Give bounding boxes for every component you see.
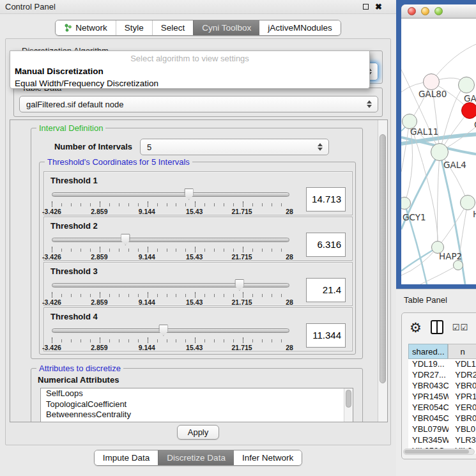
table-cell[interactable]: YDR27... xyxy=(408,370,449,381)
table-horizontal-scrollbar[interactable] xyxy=(403,449,475,455)
tab-infer-network[interactable]: Infer Network xyxy=(234,450,302,465)
tick-label: 21.715 xyxy=(232,298,252,306)
minimize-traffic-light[interactable] xyxy=(421,7,429,15)
settings-scrollpane: Interval Definition Number of Intervals … xyxy=(10,119,388,422)
node-label: GA xyxy=(464,93,476,104)
scrollbar-thumb[interactable] xyxy=(380,134,386,383)
network-canvas[interactable]: GAL80 GA C GAL11 GAL4 GCY1 H HAP2 xyxy=(401,19,476,284)
tab-select[interactable]: Select xyxy=(152,20,194,35)
slider-thumb[interactable] xyxy=(184,188,194,200)
slider-track[interactable] xyxy=(52,328,289,333)
apply-button[interactable]: Apply xyxy=(177,425,220,440)
table-cell[interactable]: YER054C xyxy=(408,403,449,413)
table-data-combobox[interactable]: galFiltered.sif default node xyxy=(19,96,378,112)
threshold-3-value-field[interactable]: 21.4 xyxy=(306,278,346,302)
network-node-selected[interactable] xyxy=(461,102,476,119)
network-node-gal4[interactable] xyxy=(431,143,449,161)
table-cell[interactable]: YPR1 xyxy=(449,392,476,403)
list-item[interactable]: TopologicalCoefficient xyxy=(41,399,353,410)
slider-tick-labels: -3.426 2.859 9.144 15.43 21.715 28 xyxy=(52,344,289,351)
table-row[interactable]: YPR145WYPR1 xyxy=(408,392,476,403)
tab-style[interactable]: Style xyxy=(116,20,152,35)
checkbox-icons[interactable]: ☑☑ xyxy=(452,323,468,332)
threshold-4-box: Threshold 4 -3.426 2.859 9.144 15.43 xyxy=(43,307,353,351)
table-row[interactable]: YDR27...YDR2 xyxy=(408,370,476,381)
node-label: H xyxy=(473,209,476,219)
slider-thumb[interactable] xyxy=(234,279,244,291)
network-window-titlebar[interactable] xyxy=(401,4,476,19)
table-cell[interactable]: YBR043C xyxy=(408,381,449,392)
table-cell[interactable]: YDR2 xyxy=(449,370,476,381)
network-node[interactable] xyxy=(458,77,475,93)
threshold-4-slider[interactable]: -3.426 2.859 9.144 15.43 21.715 28 xyxy=(52,326,289,350)
threshold-3-slider[interactable]: -3.426 2.859 9.144 15.43 21.715 28 xyxy=(52,280,289,305)
column-header-shared-name[interactable]: shared... xyxy=(408,344,448,359)
network-node[interactable] xyxy=(460,195,475,210)
threshold-2-value-field[interactable]: 6.316 xyxy=(306,233,346,257)
number-of-intervals-row: Number of Intervals 5 xyxy=(31,139,362,155)
scrollbar-thumb[interactable] xyxy=(346,390,351,408)
tab-cyni-toolbox[interactable]: Cyni Toolbox xyxy=(193,20,259,35)
slider-tick-labels: -3.426 2.859 9.144 15.43 21.715 28 xyxy=(52,208,289,215)
table-cell[interactable]: YLR345W xyxy=(408,435,449,446)
table-cell[interactable]: YBL0 xyxy=(449,424,476,435)
threshold-1-value-field[interactable]: 14.713 xyxy=(306,187,346,211)
number-of-intervals-combobox[interactable]: 5 xyxy=(140,139,329,155)
close-icon[interactable]: ✖ xyxy=(375,3,382,11)
scrollbar-thumb[interactable] xyxy=(404,450,469,454)
slider-thumb[interactable] xyxy=(121,234,130,245)
table-cell[interactable]: YBL079W xyxy=(408,424,449,435)
float-window-icon[interactable] xyxy=(363,4,369,10)
threshold-2-box: Threshold 2 -3.426 2.859 9.144 15.43 xyxy=(43,217,353,261)
split-columns-icon[interactable] xyxy=(431,320,443,334)
tab-discretize-data[interactable]: Discretize Data xyxy=(158,450,234,465)
list-item[interactable]: SelfLoops xyxy=(41,388,353,399)
table-row[interactable]: YBR045CYBR0 xyxy=(408,413,476,424)
tab-jactivemnodules[interactable]: jActiveMNodules xyxy=(259,20,341,35)
tab-infer-network-label: Infer Network xyxy=(242,453,293,463)
tab-impute-data[interactable]: Impute Data xyxy=(95,450,158,465)
table-row[interactable]: YER054CYER0 xyxy=(408,403,476,413)
network-window: GAL80 GA C GAL11 GAL4 GCY1 H HAP2 xyxy=(401,4,476,284)
table-row[interactable]: YDL19...YDL1 xyxy=(408,359,476,370)
close-traffic-light[interactable] xyxy=(408,7,416,15)
tick-label: -3.426 xyxy=(42,344,61,351)
table-row[interactable]: YBR043CYBR0 xyxy=(408,381,476,392)
list-item[interactable]: BetweennessCentrality xyxy=(41,410,353,420)
tick-label: -3.426 xyxy=(42,253,61,261)
slider-track[interactable] xyxy=(52,238,289,242)
settings-scrollbar[interactable] xyxy=(378,120,387,422)
threshold-1-slider[interactable]: -3.426 2.859 9.144 15.43 21.715 28 xyxy=(52,190,289,214)
table-cell[interactable]: YLR3 xyxy=(449,435,476,446)
threshold-4-value-field[interactable]: 11.344 xyxy=(306,323,346,348)
slider-track[interactable] xyxy=(52,192,289,197)
network-node[interactable] xyxy=(453,260,463,270)
dropdown-option-equal-width-frequency[interactable]: Equal Width/Frequency Discretization xyxy=(10,77,369,89)
table-cell[interactable]: YBR0 xyxy=(449,381,476,392)
table-row[interactable]: YBL079WYBL0 xyxy=(408,424,476,435)
dropdown-option-manual-discretization[interactable]: Manual Discretization xyxy=(10,65,369,77)
tab-cyni-toolbox-label: Cyni Toolbox xyxy=(202,23,251,33)
slider-thumb[interactable] xyxy=(158,325,168,336)
interval-definition-group-title: Interval Definition xyxy=(36,123,105,133)
right-panel: GAL80 GA C GAL11 GAL4 GCY1 H HAP2 Table … xyxy=(396,0,476,476)
table-cell[interactable]: YDL1 xyxy=(449,359,476,370)
table-row[interactable]: YLR345WYLR3 xyxy=(408,435,476,446)
list-scrollbar[interactable] xyxy=(344,388,353,422)
tab-network[interactable]: Network xyxy=(56,20,116,35)
interval-definition-group: Interval Definition Number of Intervals … xyxy=(31,128,363,359)
table-cell[interactable]: YDL19... xyxy=(408,359,449,370)
table-cell[interactable]: YBR045C xyxy=(408,413,449,424)
slider-track[interactable] xyxy=(52,283,289,288)
table-cell[interactable]: YER0 xyxy=(449,403,476,413)
zoom-traffic-light[interactable] xyxy=(434,7,443,15)
network-node-gal80[interactable] xyxy=(423,73,440,90)
threshold-3-label: Threshold 3 xyxy=(50,266,98,276)
network-window-frame: GAL80 GA C GAL11 GAL4 GCY1 H HAP2 xyxy=(396,0,476,289)
gear-icon[interactable]: ⚙ xyxy=(410,321,422,334)
threshold-2-slider[interactable]: -3.426 2.859 9.144 15.43 21.715 28 xyxy=(52,235,289,259)
tab-impute-data-label: Impute Data xyxy=(103,453,150,463)
table-cell[interactable]: YBR0 xyxy=(449,413,476,424)
column-header-name[interactable]: n xyxy=(448,344,476,359)
table-cell[interactable]: YPR145W xyxy=(408,392,449,403)
